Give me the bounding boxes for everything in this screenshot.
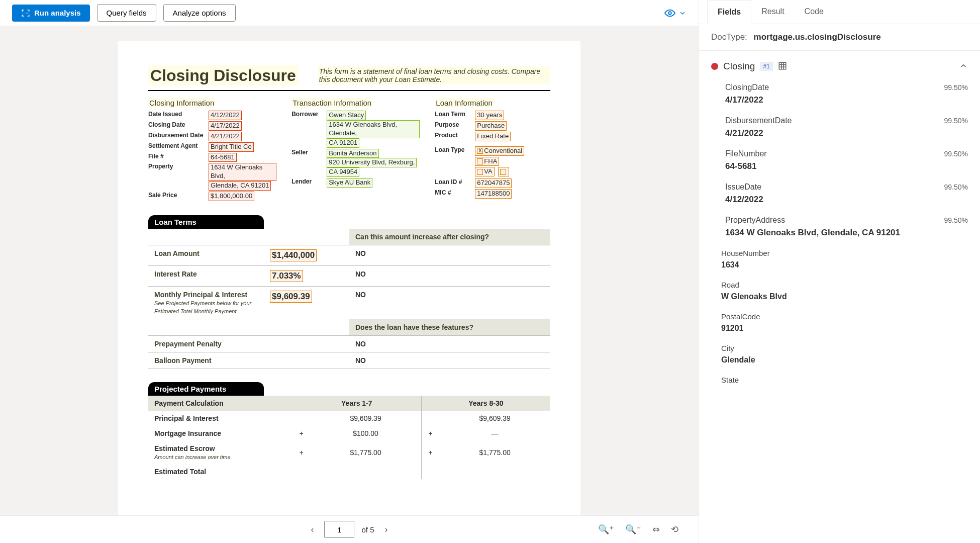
subfield-value: Glendale bbox=[721, 355, 968, 365]
collapse-icon[interactable] bbox=[959, 61, 968, 72]
document-viewport[interactable]: Closing Disclosure This form is a statem… bbox=[0, 26, 699, 515]
field-item[interactable]: DisbursementDate99.50%4/21/2022 bbox=[711, 112, 968, 145]
closing-info-heading: Closing Information bbox=[148, 98, 215, 108]
page-total: of 5 bbox=[361, 525, 374, 534]
analyze-options-button[interactable]: Analyze options bbox=[163, 4, 236, 22]
subfield-item[interactable]: State bbox=[711, 372, 968, 394]
field-value: 4/21/2022 bbox=[725, 128, 968, 138]
date-issued: 4/12/2022 bbox=[209, 111, 242, 120]
monthly-pi: $9,609.39 bbox=[270, 291, 312, 303]
sale-price: $1,800,000.00 bbox=[209, 192, 254, 201]
field-value: 4/17/2022 bbox=[725, 95, 968, 105]
subfield-item[interactable]: HouseNumber1634 bbox=[711, 245, 968, 277]
field-item[interactable]: ClosingDate99.50%4/17/2022 bbox=[711, 79, 968, 112]
field-confidence: 99.50% bbox=[944, 83, 968, 92]
subfield-value: 91201 bbox=[721, 324, 968, 333]
tab-fields[interactable]: Fields bbox=[707, 0, 751, 24]
field-name: IssueDate bbox=[725, 183, 761, 192]
loan-terms-table: Can this amount increase after closing? … bbox=[148, 229, 550, 369]
grid-icon[interactable] bbox=[778, 61, 787, 72]
status-dot-icon bbox=[711, 63, 718, 70]
borrower-name: Gwen Stacy bbox=[327, 111, 366, 120]
closing-info-col: Closing Information Date Issued4/12/2022… bbox=[148, 98, 276, 202]
field-confidence: 99.50% bbox=[944, 150, 968, 158]
svg-rect-1 bbox=[779, 62, 786, 69]
zoom-out-icon[interactable]: 🔍⁻ bbox=[625, 524, 641, 535]
toolbar: Run analysis Query fields Analyze option… bbox=[0, 0, 699, 26]
projected-payments-heading: Projected Payments bbox=[148, 382, 264, 396]
loan-product: Fixed Rate bbox=[475, 132, 511, 141]
subfield-item[interactable]: RoadW Glenoaks Blvd bbox=[711, 277, 968, 308]
prev-page-button[interactable]: ‹ bbox=[307, 524, 317, 535]
svg-point-0 bbox=[668, 12, 671, 15]
page-input[interactable] bbox=[324, 521, 354, 538]
field-value: 4/12/2022 bbox=[725, 195, 968, 205]
doc-subtitle: This form is a statement of final loan t… bbox=[318, 66, 550, 84]
loan-type-fha: FHA bbox=[484, 157, 497, 165]
subfield-item[interactable]: CityGlendale bbox=[711, 340, 968, 372]
property-line2: Glendale, CA 91201 bbox=[209, 181, 271, 191]
results-panel: Fields Result Code DocType: mortgage.us.… bbox=[699, 0, 980, 543]
interest-rate: 7.033% bbox=[270, 270, 303, 282]
field-value: 1634 W Glenoaks Blvd, Glendale, CA 91201 bbox=[725, 228, 968, 238]
result-tabs: Fields Result Code bbox=[699, 0, 980, 24]
loan-term: 30 years bbox=[475, 111, 504, 120]
subfield-value: W Glenoaks Blvd bbox=[721, 292, 968, 301]
fit-width-icon[interactable]: ⇔ bbox=[652, 524, 660, 535]
field-name: FileNumber bbox=[725, 149, 767, 158]
field-item[interactable]: FileNumber99.50%64-5681 bbox=[711, 145, 968, 178]
query-fields-button[interactable]: Query fields bbox=[97, 4, 156, 22]
tab-code[interactable]: Code bbox=[795, 0, 834, 24]
run-analysis-label: Run analysis bbox=[34, 9, 81, 17]
group-header[interactable]: Closing #1 bbox=[711, 56, 968, 79]
zoom-in-icon[interactable]: 🔍⁺ bbox=[598, 524, 614, 535]
next-page-button[interactable]: › bbox=[381, 524, 391, 535]
subfield-name: Road bbox=[721, 281, 739, 289]
pager: ‹ of 5 › 🔍⁺ 🔍⁻ ⇔ ⟲ bbox=[0, 515, 699, 543]
loan-purpose: Purchase bbox=[475, 121, 507, 131]
loan-info-col: Loan Information Loan Term30 years Purpo… bbox=[435, 98, 550, 202]
subfield-name: City bbox=[721, 344, 734, 352]
seller-name: Bonita Anderson bbox=[327, 149, 378, 158]
run-analysis-button[interactable]: Run analysis bbox=[12, 5, 90, 22]
doctype-value: mortgage.us.closingDisclosure bbox=[754, 32, 881, 42]
subfield-item[interactable]: PostalCode91201 bbox=[711, 308, 968, 340]
loan-amount: $1,440,000 bbox=[270, 249, 317, 261]
scan-icon bbox=[21, 9, 30, 18]
subfield-name: PostalCode bbox=[721, 312, 760, 321]
mic-number: 147188500 bbox=[475, 189, 512, 199]
field-item[interactable]: PropertyAddress99.50%1634 W Glenoaks Blv… bbox=[711, 212, 968, 245]
loan-id: 672047875 bbox=[475, 178, 512, 188]
loan-info-heading: Loan Information bbox=[435, 98, 494, 108]
field-name: DisbursementDate bbox=[725, 116, 792, 125]
lender-name: Skye AU Bank bbox=[327, 178, 372, 188]
field-item[interactable]: IssueDate99.50%4/12/2022 bbox=[711, 178, 968, 212]
doc-title: Closing Disclosure bbox=[148, 65, 298, 85]
field-value: 64-5681 bbox=[725, 161, 968, 171]
document-page: Closing Disclosure This form is a statem… bbox=[118, 41, 580, 515]
doctype-row: DocType: mortgage.us.closingDisclosure bbox=[699, 24, 980, 51]
subfield-value: 1634 bbox=[721, 260, 968, 269]
group-badge: #1 bbox=[760, 62, 772, 71]
loan-type-conventional: Conventional bbox=[484, 147, 522, 154]
field-confidence: 99.50% bbox=[944, 117, 968, 125]
loan-type-va: VA bbox=[484, 167, 492, 175]
disbursement-date: 4/21/2022 bbox=[209, 132, 242, 141]
field-name: PropertyAddress bbox=[725, 216, 785, 225]
property-line1: 1634 W Glenoaks Blvd, bbox=[209, 163, 276, 181]
field-confidence: 99.50% bbox=[944, 183, 968, 191]
subfield-name: HouseNumber bbox=[721, 249, 770, 257]
file-number: 64-5681 bbox=[209, 153, 237, 162]
eye-icon bbox=[664, 8, 675, 19]
rotate-icon[interactable]: ⟲ bbox=[671, 524, 678, 535]
subfield-name: State bbox=[721, 376, 739, 384]
view-toggle[interactable] bbox=[664, 8, 687, 19]
field-confidence: 99.50% bbox=[944, 216, 968, 224]
tab-result[interactable]: Result bbox=[751, 0, 794, 24]
closing-date: 4/17/2022 bbox=[209, 121, 242, 131]
field-name: ClosingDate bbox=[725, 83, 769, 92]
transaction-info-heading: Transaction Information bbox=[291, 98, 372, 108]
loan-terms-heading: Loan Terms bbox=[148, 215, 264, 229]
chevron-down-icon bbox=[678, 9, 687, 17]
transaction-info-col: Transaction Information BorrowerGwen Sta… bbox=[291, 98, 420, 202]
